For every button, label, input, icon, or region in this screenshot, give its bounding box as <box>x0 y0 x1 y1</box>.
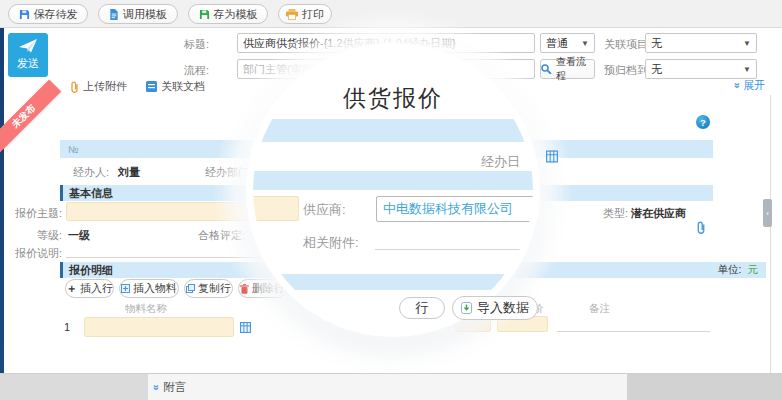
import-data-button[interactable]: 导入数据 <box>452 296 538 320</box>
trash-icon <box>240 284 249 294</box>
material-name-input[interactable] <box>84 317 234 337</box>
flow-label: 流程: <box>160 63 209 78</box>
grade-value: 一级 <box>68 228 90 243</box>
priority-select[interactable]: 普通 ▼ <box>540 33 595 53</box>
save-pending-label: 保存待发 <box>34 7 78 22</box>
footer-left-block <box>0 374 148 400</box>
top-toolbar: 保存待发 调用模板 存为模板 打印 <box>0 0 782 28</box>
magnified-partial-label: 行 <box>416 299 429 317</box>
copy-row-button[interactable]: 复制行 <box>184 279 233 298</box>
handler-value: 刘量 <box>118 165 140 180</box>
load-template-button[interactable]: 调用模板 <box>98 4 178 24</box>
copy-icon <box>186 284 195 293</box>
quote-detail-title: 报价明细 <box>69 263 113 278</box>
grid-picker-icon[interactable] <box>240 322 251 333</box>
expand-label: 展开 <box>743 78 765 93</box>
send-label: 发送 <box>17 56 39 71</box>
postscript-toggle[interactable]: « 附言 <box>152 374 186 400</box>
unpublished-ribbon: 未发布 <box>0 79 61 153</box>
expand-icon: « <box>731 82 742 88</box>
delete-row-label: 删除行 <box>252 281 285 296</box>
dept-label: 经办部门: <box>205 165 252 180</box>
type-value: 潜在供应商 <box>631 206 686 221</box>
insert-material-label: 插入物料 <box>133 281 177 296</box>
insert-row-label: 插入行 <box>80 281 113 296</box>
magnified-bar-1 <box>253 119 533 142</box>
left-accent-strip <box>0 28 4 373</box>
magnified-supplier-input[interactable]: 中电数据科技有限公司 <box>376 196 533 222</box>
collapse-panel-handle[interactable]: ‹ <box>763 199 772 227</box>
remark-input[interactable] <box>557 318 710 332</box>
print-icon <box>286 9 298 20</box>
prearchive-select[interactable]: 无 ▼ <box>645 59 757 79</box>
magnifier-circle: 供货报价 经办日期: 供应商: 中电数据科技有限公司 相关附件: <box>253 50 533 330</box>
paperclip-icon[interactable] <box>696 221 706 234</box>
link-document-link[interactable]: 关联文档 <box>146 79 205 94</box>
quote-desc-input[interactable] <box>66 244 266 258</box>
save-icon <box>19 9 30 20</box>
import-data-icon <box>461 302 472 314</box>
related-project-label: 关联项目: <box>604 37 651 52</box>
magnified-bar-3 <box>253 274 533 290</box>
expand-toggle[interactable]: « 展开 <box>733 78 765 93</box>
panel-divider <box>770 95 771 373</box>
save-template-icon <box>199 9 210 20</box>
priority-select-value: 普通 <box>546 36 568 51</box>
save-pending-button[interactable]: 保存待发 <box>8 4 88 24</box>
magnified-attachment-label: 相关附件: <box>303 234 359 252</box>
magnified-supplier-label: 供应商: <box>303 201 346 219</box>
copy-row-label: 复制行 <box>198 281 231 296</box>
view-flow-label: 查看流程 <box>556 55 594 83</box>
title-label: 标题: <box>160 37 209 52</box>
qualify-label: 合格评定: <box>198 228 245 243</box>
send-button[interactable]: 发送 <box>8 33 48 77</box>
plus-icon: ＋ <box>66 281 77 296</box>
type-label: 类型: <box>603 206 628 221</box>
upload-attachment-link[interactable]: 上传附件 <box>70 79 127 94</box>
supplier-quote-page: 保存待发 调用模板 存为模板 打印 发送 标题: 供应商供货报价-{1.2供应商… <box>0 0 782 400</box>
magnified-form-title: 供货报价 <box>253 83 533 114</box>
view-flow-button[interactable]: 查看流程 <box>540 59 595 79</box>
import-data-label: 导入数据 <box>477 299 529 317</box>
magnified-attachment-input <box>375 230 533 250</box>
related-project-select[interactable]: 无 ▼ <box>645 33 757 53</box>
footer-right-block <box>627 374 782 400</box>
insert-material-icon <box>121 284 130 293</box>
insert-material-button[interactable]: 插入物料 <box>119 279 179 298</box>
delete-row-button[interactable]: 删除行 <box>238 279 287 298</box>
load-template-label: 调用模板 <box>123 7 167 22</box>
attachment-icon <box>70 81 79 93</box>
magnified-supplier-value: 中电数据科技有限公司 <box>383 200 513 218</box>
insert-row-button[interactable]: ＋ 插入行 <box>65 279 114 298</box>
postscript-label: 附言 <box>163 380 186 395</box>
magnified-partial-button[interactable]: 行 <box>399 297 445 319</box>
row-index: 1 <box>64 321 70 333</box>
prearchive-label: 预归档到: <box>604 63 651 78</box>
grade-label: 等级: <box>0 228 62 243</box>
link-document-label: 关联文档 <box>161 79 205 94</box>
quote-subject-label: 报价主题: <box>0 206 62 221</box>
paper-plane-icon <box>19 39 37 53</box>
magnified-bar-2 <box>253 171 533 190</box>
handler-label: 经办人: <box>73 165 109 180</box>
upload-attachment-label: 上传附件 <box>83 79 127 94</box>
prearchive-value: 无 <box>651 62 662 77</box>
postscript-expand-icon: « <box>150 384 161 390</box>
chevron-down-icon: ▼ <box>581 39 589 48</box>
related-project-value: 无 <box>651 36 662 51</box>
unit-label: 单位: <box>718 263 742 277</box>
load-template-icon <box>109 9 119 20</box>
help-icon[interactable]: ? <box>696 115 710 129</box>
chevron-down-icon: ▼ <box>743 65 751 74</box>
basic-info-title: 基本信息 <box>69 186 113 201</box>
col-header-material: 物料名称 <box>60 302 232 316</box>
print-button[interactable]: 打印 <box>278 4 332 24</box>
quote-desc-label: 报价说明: <box>0 246 62 261</box>
chevron-down-icon: ▼ <box>743 39 751 48</box>
magnified-subject-input <box>253 196 299 221</box>
supplier-picker-icon[interactable] <box>546 150 558 163</box>
unit-value: 元 <box>748 263 759 277</box>
title-input-value: 供应商供货报价-{1.2供应商}-{1.04经办日期} <box>243 36 456 51</box>
save-template-button[interactable]: 存为模板 <box>188 4 268 24</box>
print-label: 打印 <box>302 7 324 22</box>
